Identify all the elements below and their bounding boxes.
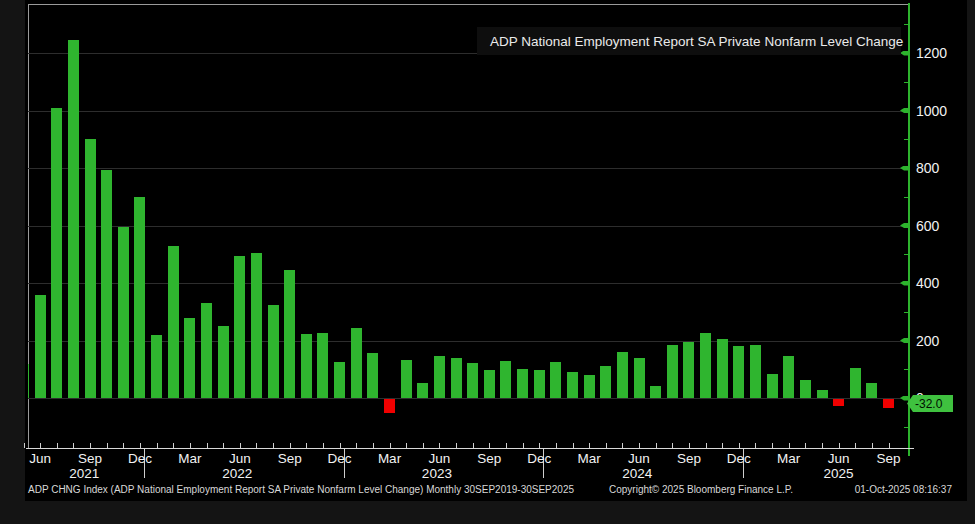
bar-2023-11 [517, 369, 528, 398]
xtick-2024-01 [556, 443, 557, 448]
bar-2022-05 [218, 326, 229, 398]
footer-copyright: Copyright© 2025 Bloomberg Finance L.P. [609, 484, 793, 496]
bar-2021-07 [51, 108, 62, 398]
bar-2022-12 [334, 362, 345, 398]
xtick-2025-05 [822, 443, 823, 448]
xtick-2022-07 [256, 443, 257, 448]
bar-2025-09 [883, 399, 894, 408]
xtick-2024-03 [589, 443, 590, 448]
xtick-2022-06 [240, 443, 241, 448]
footer-ticker-description: ADP CHNG Index (ADP National Employment … [28, 484, 574, 496]
xtick-2022-01 [157, 443, 158, 448]
xtick-2021-08 [73, 443, 74, 448]
bar-2024-03 [584, 375, 595, 398]
bar-2023-03 [384, 399, 395, 413]
xlabel-2024-09: Sep [677, 452, 701, 466]
year-label-2025: 2025 [824, 467, 854, 481]
bar-2025-05 [817, 390, 828, 398]
bar-2022-09 [284, 270, 295, 398]
bloomberg-chart-panel: 020040060080010001200 JunSepDecMarJunSep… [0, 0, 975, 524]
xtick-2023-08 [473, 443, 474, 448]
bar-2021-11 [118, 227, 129, 398]
xlabel-2024-03: Mar [577, 452, 600, 466]
year-label-2024: 2024 [622, 467, 652, 481]
bottom-margin [0, 501, 975, 524]
footer-bar: ADP CHNG Index (ADP National Employment … [0, 484, 975, 498]
xtick-2023-07 [456, 443, 457, 448]
year-label-2021: 2021 [69, 467, 99, 481]
xtick-2022-08 [273, 443, 274, 448]
xtick-2024-12 [739, 443, 740, 448]
xtick-2023-05 [423, 443, 424, 448]
xtick-2023-06 [439, 443, 440, 448]
bar-2022-08 [268, 305, 279, 398]
xtick-2022-03 [190, 443, 191, 448]
xlabel-2025-03: Mar [777, 452, 800, 466]
bar-2022-11 [317, 333, 328, 398]
xtick-2025-08 [872, 443, 873, 448]
bar-2021-06 [35, 295, 46, 399]
legend-label: ADP National Employment Report SA Privat… [490, 34, 903, 49]
bar-2021-08 [68, 40, 79, 398]
bar-2025-06 [833, 399, 844, 406]
bar-2023-06 [434, 356, 445, 398]
bar-2023-05 [417, 383, 428, 398]
ytick-minor-700 [904, 197, 909, 198]
bar-2024-10 [700, 333, 711, 398]
legend[interactable]: ADP National Employment Report SA Privat… [477, 27, 901, 55]
bar-2023-08 [467, 363, 478, 398]
xlabel-2022-03: Mar [178, 452, 201, 466]
xtick-2025-09 [889, 443, 890, 448]
xlabel-2021-06: Jun [29, 452, 51, 466]
bar-2021-12 [134, 197, 145, 398]
ytick-minor-100 [904, 369, 909, 370]
ytick-minor-1300 [904, 24, 909, 25]
xtick-2021-12 [140, 443, 141, 448]
xlabel-2023-03: Mar [378, 452, 401, 466]
xlabel-2022-06: Jun [229, 452, 251, 466]
xlabel-2022-12: Dec [328, 452, 352, 466]
bar-2022-06 [234, 256, 245, 398]
ytick-minor--100 [904, 427, 909, 428]
xtick-2023-02 [373, 443, 374, 448]
bar-2023-09 [484, 370, 495, 398]
xlabel-2025-06: Jun [828, 452, 850, 466]
plot-area[interactable] [28, 0, 909, 448]
xtick-2024-04 [606, 443, 607, 448]
left-margin [0, 0, 25, 524]
bar-2022-02 [168, 246, 179, 398]
bar-2024-11 [717, 339, 728, 399]
xlabel-2021-12: Dec [128, 452, 152, 466]
xlabel-2021-09: Sep [78, 452, 102, 466]
year-label-2022: 2022 [222, 467, 252, 481]
bar-2023-04 [401, 360, 412, 398]
bar-2025-01 [750, 345, 761, 399]
xtick-2023-04 [406, 443, 407, 448]
bar-2023-07 [451, 358, 462, 398]
bar-2024-04 [600, 366, 611, 398]
xtick-2023-01 [356, 443, 357, 448]
xlabel-2022-09: Sep [278, 452, 302, 466]
xtick-2021-11 [123, 443, 124, 448]
bar-2024-02 [567, 372, 578, 398]
bar-2025-07 [850, 368, 861, 398]
xtick-2022-09 [290, 443, 291, 448]
xtick-2024-06 [639, 443, 640, 448]
xlabel-2025-09: Sep [876, 452, 900, 466]
xtick-2023-09 [489, 443, 490, 448]
bar-2024-01 [550, 362, 561, 398]
footer-timestamp: 01-Oct-2025 08:16:37 [855, 484, 952, 496]
bar-2023-01 [351, 328, 362, 398]
xtick-2025-01 [755, 443, 756, 448]
xtick-2024-08 [672, 443, 673, 448]
xtick-2022-11 [323, 443, 324, 448]
ylabel-800: 800 [916, 161, 939, 175]
bar-2024-08 [667, 345, 678, 398]
last-value-text: -32.0 [915, 397, 942, 411]
bar-2022-10 [301, 334, 312, 398]
bar-2023-02 [367, 353, 378, 398]
xtick-2023-11 [523, 443, 524, 448]
xtick-2022-04 [207, 443, 208, 448]
xtick-2025-07 [855, 443, 856, 448]
xtick-2024-02 [573, 443, 574, 448]
